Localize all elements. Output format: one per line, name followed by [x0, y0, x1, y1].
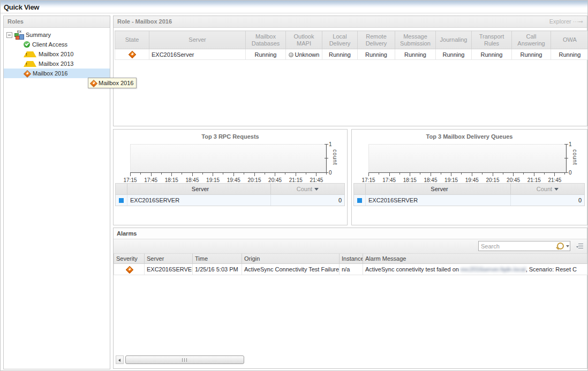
col-alarm-message[interactable]: Alarm Message: [363, 254, 587, 264]
scroll-left-button[interactable]: [116, 355, 124, 364]
server-cell: EXC2016SERVER: [145, 264, 193, 275]
explorer-link[interactable]: Explorer ⋯➞: [549, 16, 583, 27]
explorer-link-label: Explorer: [549, 18, 571, 25]
y-tick: [325, 144, 328, 145]
series-server-cell: EXC2016SERVER: [366, 195, 511, 206]
col-journaling[interactable]: Journaling: [436, 31, 472, 49]
tree-item-label: Mailbox 2010: [39, 51, 73, 57]
y-tick: [564, 144, 568, 145]
roles-panel: Roles EX Summary Client Access Mailbox 2…: [3, 16, 110, 369]
roles-panel-header: Roles: [4, 16, 110, 28]
alarms-panel-header: Alarms: [114, 228, 587, 239]
table-row[interactable]: EXC2016SERVER 1/25/16 5:03 PM ActiveSync…: [114, 264, 587, 275]
col-instance[interactable]: Instance: [340, 254, 363, 264]
x-tick-label: 19:45: [463, 177, 481, 183]
role-panel-header: Role - Mailbox 2016 Explorer ⋯➞: [114, 16, 587, 28]
x-tick-label: 20:15: [484, 177, 502, 183]
x-tick-label: 17:45: [380, 177, 398, 183]
outlook-mapi-value: Unknown: [295, 51, 320, 58]
col-outlook-mapi[interactable]: Outlook MAPI: [286, 31, 322, 49]
alarms-table: Severity Server Time Origin Instance Ala…: [114, 254, 587, 275]
col-server[interactable]: Server: [149, 31, 246, 49]
x-tick-label: 21:45: [546, 177, 564, 183]
chart-title: Top 3 Mailbox Delivery Queues: [352, 133, 587, 140]
tree-item-summary[interactable]: EX Summary: [4, 30, 110, 40]
legend-row[interactable]: EXC2016SERVER 0: [116, 195, 344, 206]
col-message-submission[interactable]: Message Submission: [395, 31, 436, 49]
tree-item-label: Client Access: [32, 41, 67, 48]
x-tick-label: 21:15: [287, 177, 305, 183]
x-tick-label: 19:45: [224, 177, 243, 183]
chart-x-ticks: [130, 173, 327, 176]
legend-col-count[interactable]: Count: [511, 184, 584, 194]
alarms-panel: Alarms Severity Server Time Origin Insta…: [113, 228, 587, 369]
chart-plot-area: [368, 144, 566, 172]
col-remote-delivery[interactable]: Remote Delivery: [358, 31, 395, 49]
col-transport-rules[interactable]: Transport Rules: [472, 31, 512, 49]
search-input[interactable]: [479, 242, 557, 250]
col-local-delivery[interactable]: Local Delivery: [322, 31, 358, 49]
table-header-row: Severity Server Time Origin Instance Ala…: [114, 254, 587, 264]
chart-plot-area: [130, 144, 326, 172]
legend-col-server[interactable]: Server: [366, 184, 511, 194]
x-tick-label: 20:45: [266, 177, 284, 183]
server-cell: EXC2016Server: [149, 49, 246, 60]
col-owa[interactable]: OWA: [551, 31, 588, 49]
alarm-message-cell: ActiveSync connetivity test failed on ex…: [363, 264, 587, 275]
col-time[interactable]: Time: [193, 254, 242, 264]
col-severity[interactable]: Severity: [114, 254, 145, 264]
owa-cell: Running: [551, 49, 588, 60]
col-mailbox-databases[interactable]: Mailbox Databases: [246, 31, 286, 49]
status-error-icon: [129, 51, 135, 58]
x-tick-label: 17:15: [121, 177, 139, 183]
col-call-answering[interactable]: Call Answering: [512, 31, 551, 49]
scrollbar-thumb[interactable]: [125, 355, 244, 364]
y-tick: [564, 158, 568, 158]
horizontal-scrollbar[interactable]: [116, 355, 585, 365]
series-count-cell: 0: [271, 195, 344, 206]
table-row[interactable]: EXC2016Server Running Unknown Running Ru…: [115, 49, 588, 60]
legend-header-row: Server Count: [116, 184, 344, 195]
roles-tree: EX Summary Client Access Mailbox 2010 Ma…: [4, 28, 110, 78]
role-panel-title: Role - Mailbox 2016: [117, 18, 172, 25]
legend-col-server[interactable]: Server: [127, 184, 271, 194]
series-color-swatch: [357, 198, 362, 203]
x-tick-label: 18:45: [183, 177, 201, 183]
chart-legend-table: Server Count EXC2016SERVER 0: [115, 183, 345, 206]
legend-header-row: Server Count: [354, 184, 584, 195]
status-warning-icon: [24, 61, 36, 67]
x-tick-label: 20:15: [245, 177, 263, 183]
tree-item-mailbox-2013[interactable]: Mailbox 2013: [4, 59, 110, 69]
search-icon[interactable]: [557, 243, 564, 249]
col-server[interactable]: Server: [145, 254, 193, 264]
sort-desc-icon: [314, 188, 319, 191]
col-origin[interactable]: Origin: [242, 254, 340, 264]
legend-color-column: [116, 184, 127, 194]
mailbox-databases-cell: Running: [246, 49, 286, 60]
arrow-right-icon: ⋯➞: [573, 18, 583, 25]
alarm-message-redacted: exc2016server.fqdn.local: [461, 266, 526, 272]
column-menu-icon[interactable]: [576, 243, 583, 249]
chevron-down-icon[interactable]: [566, 245, 569, 247]
tree-item-mailbox-2016[interactable]: Mailbox 2016: [4, 69, 110, 78]
chart-rpc-requests: Top 3 RPC Requests 1 0 count 17:1517:451…: [113, 129, 348, 225]
severity-cell: [114, 264, 145, 275]
chart-legend-table: Server Count EXC2016SERVER 0: [353, 183, 585, 206]
col-state[interactable]: State: [115, 31, 149, 49]
x-tick-label: 18:45: [421, 177, 440, 183]
exchange-roles-icon: EX: [14, 31, 24, 39]
status-unknown-icon: [289, 52, 293, 57]
tree-item-label: Mailbox 2013: [39, 60, 73, 67]
tree-item-client-access[interactable]: Client Access: [4, 40, 110, 49]
collapse-icon[interactable]: [6, 32, 12, 38]
series-color-cell: [354, 195, 366, 206]
local-delivery-cell: Running: [322, 49, 358, 60]
table-header-row: State Server Mailbox Databases Outlook M…: [115, 31, 588, 49]
quick-view-screen: Quick View Roles EX Summary Client Acces…: [0, 0, 588, 371]
legend-col-count[interactable]: Count: [271, 184, 344, 194]
legend-row[interactable]: EXC2016SERVER 0: [354, 195, 584, 206]
search-box: [478, 241, 570, 251]
status-warning-icon: [24, 51, 36, 57]
tree-item-mailbox-2010[interactable]: Mailbox 2010: [4, 49, 110, 59]
series-color-cell: [116, 195, 127, 206]
